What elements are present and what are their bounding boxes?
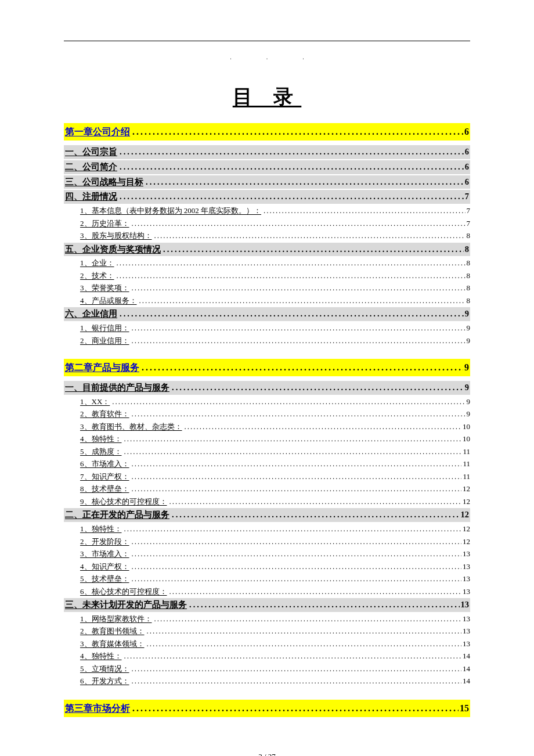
toc-entry[interactable]: 6、开发方式：14 [64,675,470,687]
toc-page-number: 8 [466,230,471,242]
toc-leader [129,561,462,573]
toc-entry[interactable]: 4、独特性：10 [64,433,470,445]
toc-label: 3、教育图书、教材、杂志类： [80,421,182,433]
toc-page-number: 9 [466,408,471,420]
toc-entry[interactable]: 2、历史沿革：7 [64,218,470,229]
toc-leader [129,458,462,470]
toc-label: 第三章市场分析 [65,701,130,715]
toc-label: 一、公司宗旨 [65,146,117,159]
toc-leader [129,218,466,229]
toc-page-number: 11 [461,471,470,483]
toc-label: 2、历史沿革： [80,218,129,229]
toc-leader [114,257,466,269]
toc-page-number: 11 [461,458,470,470]
header-dots: ... [64,54,470,60]
toc-label: 7、知识产权： [80,471,129,483]
toc-entry[interactable]: 五、企业资质与奖项情况8 [64,243,470,257]
toc-page-number: 12 [461,496,470,507]
toc-entry[interactable]: 3、教育媒体领域：13 [64,638,470,650]
toc-leader [187,599,460,611]
toc-leader [130,701,459,715]
page-footer: 2 / 37 [64,752,470,756]
toc-entry[interactable]: 4、独特性：14 [64,650,470,662]
toc-leader [129,536,462,548]
toc-leader [182,421,462,433]
toc-label: 3、教育媒体领域： [80,638,145,650]
toc-page-number: 13 [461,613,470,625]
toc-entry[interactable]: 6、市场准入：11 [64,458,470,470]
toc-entry[interactable]: 9、核心技术的可控程度：12 [64,496,470,507]
toc-entry[interactable]: 2、商业信用：9 [64,335,470,347]
toc-entry[interactable]: 3、市场准入：13 [64,548,470,560]
toc-entry[interactable]: 6、核心技术的可控程度：13 [64,586,470,597]
page-title: 目 录 [64,84,470,110]
toc-entry[interactable]: 一、公司宗旨6 [64,145,470,159]
toc-entry[interactable]: 1、企业：8 [64,257,470,269]
toc-entry[interactable]: 六、企业信用9 [64,307,470,321]
toc-entry[interactable]: 2、开发阶段：12 [64,536,470,548]
toc-page-number: 9 [466,335,471,347]
toc-label: 6、开发方式： [80,675,129,687]
toc-entry[interactable]: 1、XX：9 [64,396,470,408]
toc-entry[interactable]: 2、教育软件：9 [64,408,470,420]
toc-page-number: 7 [464,190,469,203]
toc-leader [117,190,464,203]
toc-label: 四、注册情况 [65,190,117,203]
toc-entry[interactable]: 3、教育图书、教材、杂志类：10 [64,421,470,433]
toc-entry[interactable]: 8、技术壁垒：12 [64,483,470,495]
toc-label: 6、市场准入： [80,458,129,470]
toc-page-number: 13 [461,573,470,585]
toc-entry[interactable]: 第一章公司介绍6 [64,123,470,141]
toc-leader [110,396,465,408]
toc-page-number: 11 [461,446,470,458]
toc-entry[interactable]: 3、荣誉奖项：8 [64,282,470,294]
toc-entry[interactable]: 第二章产品与服务9 [64,359,470,376]
toc-page-number: 9 [464,308,469,321]
toc-entry[interactable]: 1、独特性：12 [64,523,470,535]
toc-entry[interactable]: 三、公司战略与目标6 [64,175,470,189]
toc-leader [129,335,466,347]
toc-page-number: 13 [461,548,470,560]
toc-entry[interactable]: 7、知识产权：11 [64,471,470,483]
toc-entry[interactable]: 5、立项情况：14 [64,663,470,675]
toc-leader [145,625,462,637]
toc-label: 第二章产品与服务 [65,361,139,375]
toc-page-number: 6 [464,176,469,189]
toc-label: 2、教育软件： [80,408,129,420]
toc-page-number: 6 [464,146,469,159]
toc-entry[interactable]: 一、目前提供的产品与服务9 [64,381,470,395]
toc-page-number: 8 [464,243,469,256]
toc-label: 第一章公司介绍 [65,125,130,139]
toc-leader [129,548,462,560]
toc-label: 三、公司战略与目标 [65,176,143,189]
toc-leader [167,496,462,507]
toc-label: 1、企业： [80,257,114,269]
toc-entry[interactable]: 5、成熟度：11 [64,446,470,458]
toc-entry[interactable]: 4、产品或服务：8 [64,295,470,307]
toc-entry[interactable]: 三、未来计划开发的产品与服务13 [64,598,470,612]
toc-leader [129,573,462,585]
toc-entry[interactable]: 1、银行信用：9 [64,322,470,334]
toc-entry[interactable]: 3、股东与股权结构：8 [64,230,470,242]
toc-entry[interactable]: 四、注册情况7 [64,190,470,204]
toc-page-number: 9 [464,381,469,394]
toc-page-number: 8 [466,270,471,282]
toc-label: 2、技术： [80,270,114,282]
toc-entry[interactable]: 2、教育图书领域：13 [64,625,470,637]
toc-entry[interactable]: 1、网络型家教软件：13 [64,613,470,625]
toc-entry[interactable]: 第三章市场分析15 [64,700,470,717]
toc-entry[interactable]: 2、技术：8 [64,270,470,282]
toc-page-number: 13 [461,638,470,650]
toc-leader [117,161,464,174]
toc-page-number: 13 [461,586,470,597]
toc-label: 9、核心技术的可控程度： [80,496,167,507]
toc-leader [152,613,462,625]
toc-entry[interactable]: 二、公司简介6 [64,160,470,174]
toc-label: 3、股东与股权结构： [80,230,152,242]
toc-entry[interactable]: 4、知识产权：13 [64,561,470,573]
toc-entry[interactable]: 1、基本信息（表中财务数据为 2002 年底实际数。）：7 [64,205,470,217]
toc-entry[interactable]: 5、技术壁垒：13 [64,573,470,585]
toc-leader [114,270,466,282]
toc-page-number: 8 [466,295,471,307]
toc-entry[interactable]: 二、正在开发的产品与服务12 [64,508,470,522]
